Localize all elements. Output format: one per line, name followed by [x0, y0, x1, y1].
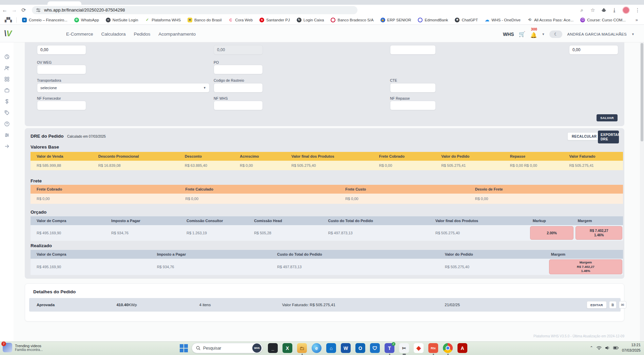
sidebar-collapse-icon[interactable]: [0, 141, 14, 152]
bookmark-item[interactable]: ∞NetSuite Login: [103, 17, 141, 23]
scrollbar-thumb[interactable]: [641, 43, 643, 141]
editar-button[interactable]: EDITAR: [587, 301, 607, 309]
chevron-down-icon[interactable]: ▼: [631, 33, 635, 36]
form-value-input-2[interactable]: [214, 45, 263, 55]
back-icon[interactable]: ←: [0, 5, 9, 15]
orange-app-icon[interactable]: Rtx: [428, 343, 438, 353]
sidebar-item-modules[interactable]: [0, 74, 14, 85]
whs-logo[interactable]: \V: [4, 29, 12, 38]
salvar-button[interactable]: SALVAR: [597, 114, 618, 121]
edmondbank-icon: [418, 18, 423, 22]
bookmark-item[interactable]: ☁WHS - OneDrive: [482, 17, 523, 23]
margem-highlight: R$ 7.402,271.46%: [575, 226, 622, 240]
bookmark-item[interactable]: ⓘCourse: Curso COM...: [578, 17, 628, 23]
news-widget[interactable]: 7 Trending videosFamilia encontra...: [3, 343, 43, 352]
profile-avatar[interactable]: [622, 6, 630, 14]
downloads-icon[interactable]: ⭳: [611, 7, 618, 13]
outlook-icon[interactable]: O: [355, 343, 365, 353]
status-link[interactable]: Aprovada: [29, 303, 109, 307]
bookmark-item[interactable]: ✆WhatsApp: [72, 17, 102, 23]
mail-icon[interactable]: ✉: [619, 301, 626, 309]
frete-row: R$ 0,00R$ 0,00R$ 0,00R$ 0,00: [31, 194, 623, 204]
row-actions: EDITAR 🗎 ✉: [579, 301, 631, 309]
chrome-icon[interactable]: [443, 343, 453, 353]
margem-realizado-highlight: MargemR$ 7.402,271.46%: [549, 259, 622, 274]
sidebar-item-dashboard[interactable]: [0, 51, 14, 62]
sidebar-item-business[interactable]: [0, 85, 14, 96]
search-icon[interactable]: ⌕: [579, 7, 585, 13]
user-menu[interactable]: ANDRÉA GARCIA MAGALHÃES: [567, 32, 627, 36]
taskbar-search[interactable]: Pesquisar WHS: [192, 343, 263, 353]
bookmark-item[interactable]: ✻ChatGPT: [452, 17, 481, 23]
bookmark-item[interactable]: SSantander PJ: [257, 17, 293, 23]
chevron-down-icon[interactable]: ▼: [542, 33, 545, 36]
banco-do-brasil-icon: ≋: [188, 18, 192, 22]
bookmark-item[interactable]: oCorreio – Financeiro...: [19, 17, 70, 23]
form-value-input-1[interactable]: [37, 45, 86, 55]
nav-ecommerce[interactable]: E-Commerce: [66, 32, 93, 37]
bookmark-star-icon[interactable]: ☆: [590, 7, 596, 13]
defender-icon[interactable]: 🛡: [370, 343, 380, 353]
acrobat-icon[interactable]: A: [457, 343, 467, 353]
ms-store-icon[interactable]: ⌂: [326, 343, 336, 353]
recalcular-button[interactable]: RECALCULAR: [567, 132, 601, 140]
volume-icon[interactable]: [605, 346, 610, 350]
bookmark-item[interactable]: ⟲All Access Pass: Ace...: [525, 17, 576, 23]
nf-fornecedor-input[interactable]: [37, 101, 86, 110]
nf-whs-input[interactable]: [214, 101, 263, 110]
bookmark-item[interactable]: CCora Web: [226, 17, 255, 23]
sidebar-item-tags[interactable]: [0, 107, 14, 118]
start-button[interactable]: [180, 344, 188, 352]
po-input[interactable]: [214, 65, 263, 74]
sidebar-item-help[interactable]: [0, 118, 14, 130]
transportadora-select[interactable]: selecione▼: [37, 83, 210, 93]
cte-input[interactable]: [390, 83, 436, 93]
snipping-tool-icon[interactable]: ✂: [399, 343, 409, 353]
wifi-icon[interactable]: [597, 346, 602, 350]
sidebar-item-clients[interactable]: [0, 62, 14, 74]
bookmark-item[interactable]: ≋Banco do Brasil: [185, 17, 225, 23]
excel-icon[interactable]: X: [282, 343, 292, 353]
codigo-rastreio-input[interactable]: [214, 83, 263, 93]
url-bar[interactable]: whs.app.br/financial/20250220-87504298: [32, 6, 357, 14]
apps-grid-icon[interactable]: ▞▚: [3, 17, 14, 22]
reload-icon[interactable]: ⟳: [19, 5, 28, 15]
chrome-menu-icon[interactable]: ⋮: [635, 7, 641, 13]
clock[interactable]: 13:21 07/03/2025: [622, 342, 641, 353]
nav-pedidos[interactable]: Pedidos: [134, 32, 151, 37]
nav-calculadora[interactable]: Calculadora: [101, 32, 126, 37]
nf-repasse-input[interactable]: [390, 101, 436, 110]
dark-mode-toggle[interactable]: ☾: [549, 31, 562, 38]
word-icon[interactable]: W: [341, 343, 351, 353]
pedido-row[interactable]: Aprovada 410.40KWp 4 itens Valor Faturad…: [29, 298, 621, 312]
ov-weg-input[interactable]: [37, 65, 86, 74]
file-explorer-icon[interactable]: 🗀: [297, 343, 307, 353]
bookmarks-overflow-icon[interactable]: »: [636, 17, 641, 22]
sidebar-item-financial[interactable]: [0, 96, 14, 107]
terminal-icon[interactable]: _: [268, 343, 278, 353]
notifications-bell-icon[interactable]: 300🔔: [530, 30, 537, 38]
bookmark-item[interactable]: ↻Login Caixa: [294, 17, 327, 23]
exportar-dre-button[interactable]: EXPORTAR DRE: [598, 131, 619, 143]
document-icon[interactable]: 🗎: [609, 301, 617, 309]
nav-acompanhamento[interactable]: Acompanhamento: [158, 32, 196, 37]
form-value-input-3[interactable]: [390, 45, 436, 55]
extensions-icon[interactable]: [601, 7, 607, 13]
form-value-input-4[interactable]: [569, 45, 618, 55]
red-diamond-app-icon[interactable]: ◆: [414, 343, 424, 353]
cart-icon[interactable]: 🛒: [519, 31, 526, 37]
system-tray: ⌃ 13:21 07/03/2025: [590, 342, 641, 353]
tray-chevron-icon[interactable]: ⌃: [590, 346, 593, 350]
teams-icon[interactable]: T✓: [385, 343, 394, 353]
bookmark-item[interactable]: Banco Bradesco S/A: [328, 17, 376, 23]
bookmark-item[interactable]: ✓Plataforma WHS: [142, 17, 183, 23]
edge-icon[interactable]: e: [312, 343, 321, 353]
notification-count-badge: 300: [531, 27, 537, 31]
sidebar-item-settings[interactable]: [0, 130, 14, 141]
valor-faturado: Valor Faturado: R$ 505.275,41: [275, 303, 437, 307]
forward-icon[interactable]: →: [9, 5, 19, 15]
bookmark-item[interactable]: 🔒ERP SENIOR: [378, 17, 414, 23]
bookmark-item[interactable]: EdmondBank: [415, 17, 451, 23]
battery-icon[interactable]: [613, 346, 619, 350]
active-tab[interactable]: [47, 1, 81, 5]
